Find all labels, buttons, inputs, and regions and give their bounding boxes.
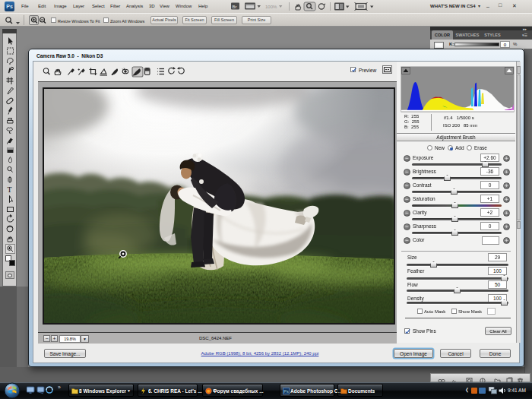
svg-text:T: T [8, 185, 12, 194]
svg-text:Br: Br [233, 5, 237, 9]
svg-text:100%: 100% [265, 5, 277, 9]
